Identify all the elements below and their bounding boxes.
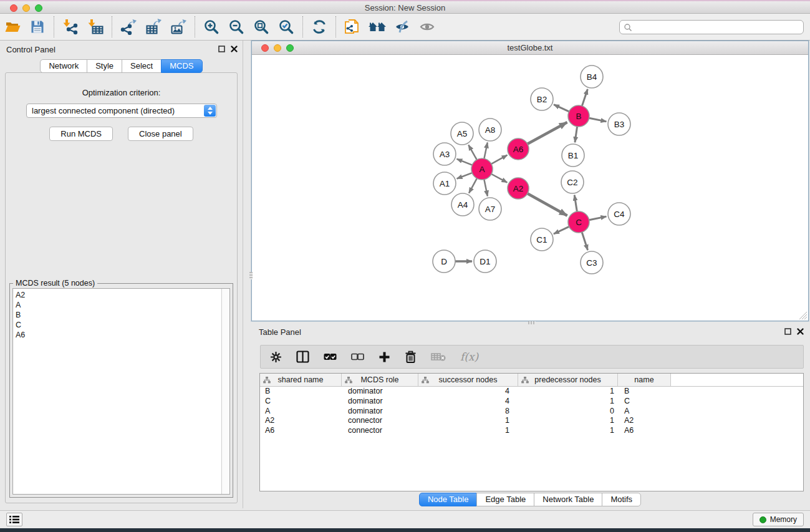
graph-edge-A-A7[interactable] [484, 180, 487, 196]
float-panel-icon[interactable] [784, 328, 791, 335]
graph-edge-A-A4[interactable] [469, 178, 477, 193]
table-cell[interactable]: connector [342, 416, 418, 426]
tab-edge-table[interactable]: Edge Table [476, 493, 534, 506]
table-cell[interactable]: A2 [260, 416, 342, 426]
graph-edge-B-B3[interactable] [589, 118, 607, 122]
export-network-button[interactable] [116, 16, 141, 38]
graph-edge-A-A6[interactable] [491, 155, 508, 164]
tab-style[interactable]: Style [87, 59, 122, 73]
graph-node-A8[interactable]: A8 [479, 118, 501, 141]
graph-node-C[interactable]: C [568, 211, 589, 233]
first-neighbors-button[interactable] [365, 16, 390, 38]
close-panel-icon[interactable] [797, 328, 804, 335]
run-mcds-button[interactable]: Run MCDS [49, 127, 113, 141]
table-cell[interactable]: dominator [342, 397, 418, 407]
show-columns-icon[interactable] [296, 351, 309, 363]
graph-node-C1[interactable]: C1 [531, 228, 553, 251]
mcds-result-list[interactable]: A2ABCA6 [12, 288, 230, 495]
graph-node-B[interactable]: B [568, 105, 589, 127]
tab-select[interactable]: Select [122, 59, 162, 73]
table-cell[interactable]: A2 [618, 416, 671, 426]
graph-node-B2[interactable]: B2 [531, 88, 553, 110]
graph-edge-C-C3[interactable] [582, 232, 587, 250]
graph-node-B4[interactable]: B4 [581, 65, 603, 88]
network-canvas[interactable]: B4B2BB3A5A8A6B1A3AC2A1A2A4A7C4CC1DD1C3 [252, 55, 808, 321]
table-cell[interactable]: 0 [518, 407, 618, 417]
graph-node-A1[interactable]: A1 [433, 172, 456, 195]
table-cell[interactable]: C [618, 397, 671, 407]
graph-edge-A2-C[interactable] [528, 193, 567, 216]
window-resize-grip[interactable] [799, 312, 808, 320]
graph-edge-A-A5[interactable] [468, 145, 476, 160]
column-header-mcds-role[interactable]: MCDS role [342, 374, 418, 386]
hide-selected-button[interactable] [390, 16, 415, 38]
table-cell[interactable]: 4 [418, 397, 518, 407]
table-row[interactable]: Bdominator41B [260, 387, 803, 397]
table-cell[interactable]: connector [342, 426, 418, 436]
graph-node-A[interactable]: A [471, 158, 493, 180]
search-input[interactable] [632, 23, 803, 32]
graph-edge-A-A3[interactable] [456, 159, 472, 165]
deselect-all-icon[interactable] [351, 352, 364, 362]
graph-node-A7[interactable]: A7 [479, 198, 501, 220]
criterion-select[interactable]: largest connected component (directed) [26, 104, 217, 118]
table-cell[interactable]: B [260, 387, 342, 397]
mcds-result-item[interactable]: A2 [16, 290, 229, 300]
float-panel-icon[interactable] [218, 46, 225, 52]
tab-network-table[interactable]: Network Table [534, 493, 602, 506]
search-box[interactable] [619, 20, 804, 34]
table-row[interactable]: Adominator80A [260, 407, 803, 417]
close-panel-icon[interactable] [231, 46, 238, 52]
graph-node-D[interactable]: D [433, 250, 455, 273]
graph-node-C3[interactable]: C3 [581, 251, 603, 274]
tab-motifs[interactable]: Motifs [602, 493, 641, 506]
column-header-shared-name[interactable]: shared name [260, 374, 342, 386]
graph-edge-B-B4[interactable] [582, 89, 587, 106]
task-history-button[interactable] [6, 513, 22, 526]
column-header-predecessor-nodes[interactable]: predecessor nodes [518, 374, 618, 386]
tab-node-table[interactable]: Node Table [419, 493, 478, 506]
show-all-button[interactable] [415, 16, 440, 38]
save-session-button[interactable] [25, 16, 50, 38]
zoom-selected-button[interactable] [274, 16, 299, 38]
table-cell[interactable]: dominator [342, 387, 418, 397]
export-image-button[interactable] [166, 16, 191, 38]
graph-node-B3[interactable]: B3 [608, 113, 630, 135]
graph-edge-A-A2[interactable] [491, 174, 507, 183]
graph-node-A2[interactable]: A2 [508, 178, 529, 199]
graph-edge-C-C4[interactable] [589, 216, 607, 220]
graph-edge-A6-B[interactable] [528, 122, 567, 144]
list-scrollbar[interactable] [221, 289, 229, 494]
table-cell[interactable]: 1 [518, 387, 618, 397]
graph-edge-A-A1[interactable] [457, 173, 473, 178]
table-cell[interactable]: C [260, 397, 342, 407]
graph-edge-C-C1[interactable] [554, 226, 569, 234]
import-table-button[interactable] [83, 16, 108, 38]
graph-node-D1[interactable]: D1 [474, 250, 496, 273]
graph-edge-C-C2[interactable] [574, 195, 577, 211]
table-cell[interactable]: A [260, 407, 342, 417]
table-cell[interactable]: 8 [418, 407, 518, 417]
graph-node-A4[interactable]: A4 [451, 193, 474, 216]
network-window-titlebar[interactable]: testGlobe.txt [252, 41, 808, 55]
mcds-result-item[interactable]: C [16, 320, 229, 330]
table-cell[interactable]: B [618, 387, 671, 397]
export-table-button[interactable] [141, 16, 166, 38]
table-cell[interactable]: 1 [418, 426, 518, 436]
table-cell[interactable]: 1 [518, 426, 618, 436]
table-cell[interactable]: 1 [418, 416, 518, 426]
refresh-button[interactable] [307, 16, 332, 38]
tab-network[interactable]: Network [40, 59, 87, 73]
graph-node-C2[interactable]: C2 [561, 171, 584, 193]
table-cell[interactable]: A6 [260, 426, 342, 436]
graph-node-C4[interactable]: C4 [608, 203, 630, 225]
graph-node-A3[interactable]: A3 [433, 143, 456, 165]
graph-edge-A-A8[interactable] [484, 143, 487, 159]
close-panel-button[interactable]: Close panel [128, 127, 193, 141]
mcds-result-item[interactable]: A6 [16, 330, 229, 340]
mcds-result-item[interactable]: B [16, 310, 229, 320]
tab-mcds[interactable]: MCDS [161, 59, 202, 73]
table-cell[interactable]: A [618, 407, 671, 417]
zoom-out-button[interactable] [224, 16, 249, 38]
table-cell[interactable]: dominator [342, 407, 418, 417]
